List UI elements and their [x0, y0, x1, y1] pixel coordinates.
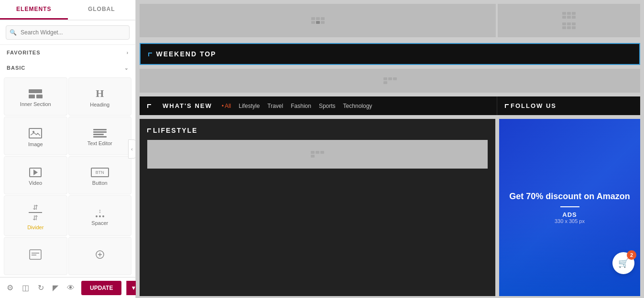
cart-button[interactable]: 🛒 2	[612, 252, 634, 274]
weekend-corner-mark	[148, 53, 152, 56]
lifestyle-placeholder	[147, 140, 488, 169]
widget-image-label: Image	[28, 141, 43, 147]
widget-extra-1[interactable]	[4, 237, 67, 275]
canvas-area: WEEKEND TOP WHAT'S NEW •All Lifestyle Tr…	[136, 0, 644, 298]
nav-technology[interactable]: Technology	[343, 103, 372, 109]
follow-title: FOLLOW US	[511, 102, 557, 109]
whats-new-title: WHAT'S NEW	[163, 102, 212, 109]
widgets-grid: Inner Section H Heading Image	[0, 75, 135, 277]
canvas-top-row	[136, 0, 644, 41]
settings-icon[interactable]: ⚙	[5, 281, 15, 294]
basic-chevron: ⌄	[124, 65, 129, 71]
basic-section-header[interactable]: BASIC ⌄	[0, 60, 135, 75]
weekend-label: WEEKEND TOP	[156, 50, 216, 58]
top-placeholder-wide	[140, 4, 496, 37]
nav-sports[interactable]: Sports	[319, 103, 336, 109]
basic-label: BASIC	[7, 65, 25, 71]
nav-travel[interactable]: Travel	[267, 103, 283, 109]
tab-global[interactable]: GLOBAL	[68, 0, 136, 20]
widget-heading-label: Heading	[90, 102, 109, 107]
bottom-toolbar: ⚙ ◫ ↻ ◤ 👁 UPDATE ▼	[0, 277, 135, 298]
lifestyle-ad-row: LIFESTYLE Get 70% discount on Amazon ADS…	[140, 119, 640, 296]
cart-icon: 🛒	[618, 258, 629, 268]
favorites-section-header[interactable]: FAVORITES ›	[0, 45, 135, 60]
top-placeholder-narrow	[498, 4, 640, 37]
svg-rect-0	[31, 129, 40, 137]
update-button[interactable]: UPDATE	[81, 281, 121, 295]
whats-new-row: WHAT'S NEW •All Lifestyle Travel Fashion…	[140, 96, 640, 115]
cart-container: 🛒 2	[612, 252, 634, 274]
nav-all[interactable]: •All	[222, 103, 231, 109]
extra-1-icon	[29, 249, 42, 263]
weekend-section: WEEKEND TOP	[140, 43, 640, 65]
ad-subtitle: ADS	[509, 211, 630, 218]
gray-placeholder-row	[140, 69, 640, 93]
ad-divider-line	[560, 206, 579, 207]
widget-spacer[interactable]: ↕ Spacer	[68, 195, 132, 235]
video-icon	[29, 168, 42, 177]
widget-image[interactable]: Image	[4, 117, 67, 155]
favorites-label: FAVORITES	[7, 50, 41, 55]
widget-text-editor[interactable]: Text Editor	[68, 117, 132, 155]
widget-divider-label: Divider	[27, 224, 44, 230]
heading-icon: H	[96, 88, 104, 99]
whats-new-right: FOLLOW US	[497, 96, 640, 115]
widget-inner-section[interactable]: Inner Section	[4, 77, 67, 116]
search-bar: 🔍	[0, 21, 135, 45]
preview-icon[interactable]: 👁	[65, 282, 76, 294]
widget-extra-2[interactable]	[68, 237, 132, 275]
search-input[interactable]	[6, 25, 130, 40]
tabs-header: ELEMENTS GLOBAL	[0, 0, 135, 21]
follow-corner	[505, 104, 509, 108]
ad-size: 330 x 305 px	[509, 218, 630, 224]
widget-spacer-label: Spacer	[91, 220, 108, 226]
svg-rect-2	[30, 250, 41, 259]
left-panel: ELEMENTS GLOBAL 🔍 FAVORITES › BASIC ⌄	[0, 0, 136, 298]
history-icon[interactable]: ↻	[36, 281, 46, 294]
responsive-icon[interactable]: ◤	[51, 281, 60, 294]
search-icon: 🔍	[10, 29, 17, 36]
widget-button[interactable]: BTN Button	[68, 156, 132, 194]
ad-title: Get 70% discount on Amazon	[509, 191, 630, 202]
favorites-chevron: ›	[127, 50, 129, 55]
collapse-handle[interactable]: ‹	[128, 139, 136, 159]
lifestyle-section: LIFESTYLE	[140, 119, 495, 296]
inner-section-icon	[29, 89, 43, 98]
widget-divider[interactable]: ⇵ ⇵ Divider	[4, 195, 67, 235]
lifestyle-corner	[147, 128, 151, 132]
cart-badge: 2	[627, 250, 636, 260]
spacer-icon: ↕	[96, 208, 104, 217]
widget-inner-section-label: Inner Section	[20, 101, 51, 107]
layers-icon[interactable]: ◫	[20, 281, 31, 294]
whats-new-nav: •All Lifestyle Travel Fashion Sports Tec…	[222, 103, 372, 109]
nav-fashion[interactable]: Fashion	[291, 103, 311, 109]
lifestyle-title: LIFESTYLE	[153, 127, 197, 134]
text-editor-icon	[93, 129, 107, 138]
button-icon: BTN	[91, 168, 109, 177]
widget-button-label: Button	[92, 180, 108, 186]
nav-lifestyle[interactable]: Lifestyle	[239, 103, 260, 109]
tab-elements[interactable]: ELEMENTS	[0, 0, 68, 20]
image-icon	[29, 128, 42, 138]
widget-text-editor-label: Text Editor	[87, 140, 112, 146]
whats-new-left: WHAT'S NEW •All Lifestyle Travel Fashion…	[140, 96, 497, 115]
whats-new-corner	[147, 104, 151, 108]
widget-video[interactable]: Video	[4, 156, 67, 194]
divider-icon: ⇵ ⇵	[29, 203, 42, 222]
extra-2-icon	[94, 249, 106, 263]
ad-content: Get 70% discount on Amazon ADS 330 x 305…	[500, 181, 639, 233]
widget-heading[interactable]: H Heading	[68, 77, 132, 116]
widget-video-label: Video	[29, 180, 42, 186]
